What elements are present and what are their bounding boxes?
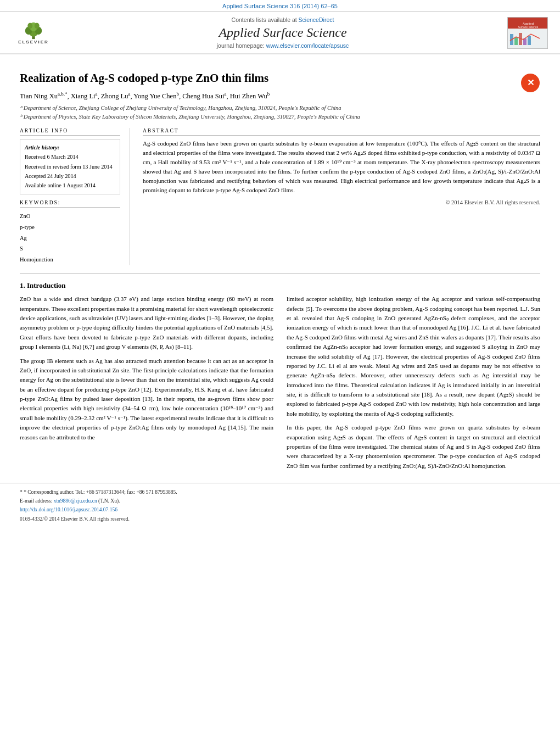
journal-homepage: journal homepage: www.elsevier.com/locat… xyxy=(63,42,503,49)
article-meta-row: ARTICLE INFO Article history: Received 6… xyxy=(20,128,540,265)
svg-point-5 xyxy=(27,23,32,29)
article-info: ARTICLE INFO Article history: Received 6… xyxy=(20,128,130,265)
keyword-s: S xyxy=(20,243,120,254)
journal-title: Applied Surface Science xyxy=(63,25,503,40)
footnote-star-line: * * Corresponding author. Tel.: +86 5718… xyxy=(20,488,540,496)
revised-date: Received in revised form 13 June 2014 xyxy=(25,162,115,171)
keywords-section: Keywords: ZnO p-type Ag S Homojunction xyxy=(20,200,120,266)
introduction-columns: ZnO has a wide and direct bandgap (3.37 … xyxy=(20,294,540,475)
journal-center: Contents lists available at ScienceDirec… xyxy=(63,16,503,49)
keyword-homojunction: Homojunction xyxy=(20,254,120,265)
authors: Tian Ning Xua,b,*, Xiang Lia, Zhong Lua,… xyxy=(20,91,540,101)
svg-rect-15 xyxy=(528,36,531,45)
svg-rect-12 xyxy=(514,37,518,45)
article-content: ✕ Realization of Ag-S codoped p-type ZnO… xyxy=(0,54,560,265)
footnotes: * * Corresponding author. Tel.: +86 5718… xyxy=(0,483,560,529)
accepted-date: Accepted 24 July 2014 xyxy=(25,171,115,181)
keyword-ptype: p-type xyxy=(20,222,120,233)
doi-link[interactable]: http://dx.doi.org/10.1016/j.apsusc.2014.… xyxy=(20,507,117,512)
article-history-box: Article history: Received 6 March 2014 R… xyxy=(20,139,120,194)
keywords-title: Keywords: xyxy=(20,200,120,208)
abstract-text: Ag-S codoped ZnO films have been grown o… xyxy=(143,139,540,195)
history-label: Article history: xyxy=(25,143,115,152)
article-title: Realization of Ag-S codoped p-type ZnO t… xyxy=(20,71,540,86)
keywords-list: ZnO p-type Ag S Homojunction xyxy=(20,211,120,266)
intro-col2-p1: limited acceptor solubility, high ioniza… xyxy=(287,294,540,419)
email-link[interactable]: xtn9886@zju.edu.cn xyxy=(54,498,97,504)
svg-text:✕: ✕ xyxy=(527,78,534,87)
issn-line: 0169-4332/© 2014 Elsevier B.V. All right… xyxy=(20,515,540,523)
article-info-title: ARTICLE INFO xyxy=(20,128,120,136)
footnote-star: * xyxy=(20,489,23,495)
journal-right-logo: Applied Surface Science xyxy=(507,17,551,49)
homepage-link[interactable]: www.elsevier.com/locate/apsusc xyxy=(266,42,349,49)
keyword-ag: Ag xyxy=(20,233,120,244)
introduction-title: 1. Introduction xyxy=(20,281,540,290)
contents-line: Contents lists available at ScienceDirec… xyxy=(63,16,503,23)
applied-surface-thumbnail: Applied Surface Science xyxy=(508,18,548,49)
svg-text:Surface Science: Surface Science xyxy=(518,25,539,29)
email-owner: (T.N. Xu). xyxy=(98,498,120,504)
copyright-line: © 2014 Elsevier B.V. All rights reserved… xyxy=(143,199,540,205)
affiliations: ᵃ Department of Science, Zhejiang Colleg… xyxy=(20,104,540,121)
journal-ref: Applied Surface Science 316 (2014) 62–65 xyxy=(222,3,338,9)
keyword-zno: ZnO xyxy=(20,211,120,222)
intro-col2: limited acceptor solubility, high ioniza… xyxy=(287,294,540,475)
doi-line: http://dx.doi.org/10.1016/j.apsusc.2014.… xyxy=(20,505,540,514)
affiliation-a: ᵃ Department of Science, Zhejiang Colleg… xyxy=(20,104,540,113)
footnote-star-text: * Corresponding author. Tel.: +86 571873… xyxy=(24,489,177,495)
svg-point-6 xyxy=(35,23,40,29)
elsevier-tree-icon xyxy=(20,21,47,40)
received-date: Received 6 March 2014 xyxy=(25,152,115,161)
elsevier-label: ELSEVIER xyxy=(18,40,49,44)
elsevier-logo-area: ELSEVIER xyxy=(9,21,58,44)
crossmark-badge: ✕ xyxy=(520,73,540,95)
journal-header: ELSEVIER Contents lists available at Sci… xyxy=(0,11,560,54)
available-date: Available online 1 August 2014 xyxy=(25,181,115,190)
affiliation-b: ᵇ Department of Physics, State Key Labor… xyxy=(20,113,540,121)
abstract-col: ABSTRACT Ag-S codoped ZnO films have bee… xyxy=(143,128,540,265)
email-label: E-mail address: xyxy=(20,498,52,504)
body-content: 1. Introduction ZnO has a wide and direc… xyxy=(0,281,560,475)
footnote-email-line: E-mail address: xtn9886@zju.edu.cn (T.N.… xyxy=(20,496,540,505)
intro-col1: ZnO has a wide and direct bandgap (3.37 … xyxy=(20,294,273,475)
sciencedirect-link[interactable]: ScienceDirect xyxy=(299,16,334,23)
abstract-title: ABSTRACT xyxy=(143,128,540,136)
top-bar: Applied Surface Science 316 (2014) 62–65 xyxy=(0,0,560,11)
intro-col1-p1: ZnO has a wide and direct bandgap (3.37 … xyxy=(20,294,273,352)
intro-col1-p2: The group IB element such as Ag has also… xyxy=(20,356,273,442)
intro-col2-p2: In this paper, the Ag-S codoped p-type Z… xyxy=(287,423,540,471)
